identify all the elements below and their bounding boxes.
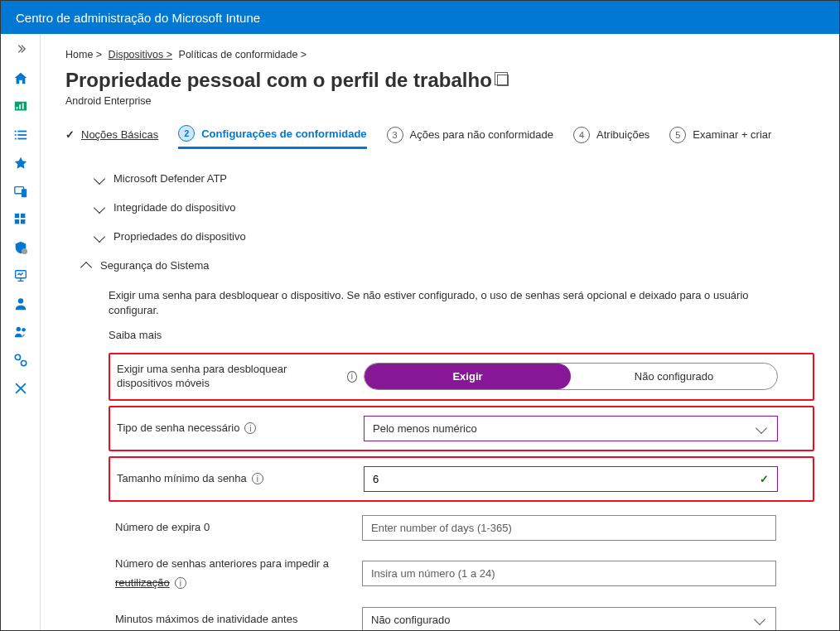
min-length-input[interactable]: ✓ [364, 466, 778, 492]
workspace: Home > Dispositivos > Políticas de confo… [1, 34, 839, 630]
step-number: 2 [178, 125, 195, 142]
tab-assignments[interactable]: 4 Atribuições [573, 127, 649, 148]
section-security[interactable]: Segurança do Sistema [65, 251, 814, 280]
password-type-dropdown[interactable]: Pelo menos numérico [364, 416, 778, 441]
section-defender[interactable]: Microsoft Defender ATP [79, 164, 814, 193]
svg-point-19 [16, 327, 20, 331]
list-icon[interactable] [12, 127, 29, 143]
previous-passwords-label: Número de senhas anteriores para impedir… [115, 557, 355, 590]
external-icon [497, 75, 509, 86]
setting-password-type: Tipo de senha necessário i Pelo menos nu… [109, 406, 814, 451]
learn-more-link[interactable]: Saiba mais [109, 329, 814, 341]
svg-rect-11 [21, 189, 26, 197]
breadcrumb-home[interactable]: Home > [65, 49, 102, 60]
check-icon: ✓ [760, 473, 769, 485]
breadcrumb-devices[interactable]: Dispositivos > [109, 49, 172, 60]
min-length-value[interactable] [373, 473, 760, 485]
info-icon[interactable]: i [175, 577, 186, 589]
sidebar [1, 34, 41, 630]
svg-rect-2 [19, 104, 21, 108]
svg-rect-4 [14, 131, 16, 132]
svg-rect-1 [16, 107, 17, 109]
expiration-label: Número de expira 0 [115, 521, 355, 535]
security-body: Exigir uma senha para desbloquear o disp… [65, 280, 814, 630]
setting-previous-passwords: Número de senhas anteriores para impedir… [109, 549, 814, 599]
reports-icon[interactable] [12, 267, 29, 284]
setting-min-length: Tamanho mínimo da senha i ✓ [109, 456, 814, 502]
tools-icon[interactable] [12, 380, 29, 397]
svg-rect-9 [17, 138, 27, 140]
devices-icon[interactable] [12, 183, 29, 200]
shield-icon[interactable] [12, 239, 29, 256]
svg-point-16 [21, 248, 27, 254]
svg-rect-12 [14, 214, 18, 218]
info-icon[interactable]: i [244, 422, 256, 434]
tab-compliance[interactable]: 2 Configurações de conformidade [178, 125, 366, 149]
pill-notconfigured[interactable]: Não configurado [571, 364, 777, 389]
chevron-down-icon [754, 614, 765, 625]
tab-noncompliance[interactable]: 3 Ações para não conformidade [387, 127, 553, 148]
svg-point-18 [17, 298, 22, 303]
info-icon[interactable]: i [347, 371, 357, 383]
section-integrity[interactable]: Integridade do dispositivo [79, 193, 814, 222]
pill-require[interactable]: Exigir [364, 364, 571, 389]
users-icon[interactable] [12, 324, 29, 340]
settings-icon[interactable] [12, 352, 29, 368]
svg-rect-5 [17, 131, 27, 132]
app-title: Centro de administração do Microsoft Int… [16, 11, 260, 25]
min-length-label: Tamanho mínimo da senha i [117, 472, 357, 486]
require-password-toggle[interactable]: Exigir Não configurado [364, 363, 778, 390]
chevron-down-icon [94, 172, 105, 184]
expiration-input[interactable] [362, 515, 776, 541]
expiration-field[interactable] [371, 522, 767, 534]
home-icon[interactable] [12, 70, 29, 87]
step-number: 5 [669, 127, 686, 143]
previous-passwords-input[interactable] [362, 561, 776, 586]
section-properties[interactable]: Propriedades do dispositivo [79, 222, 814, 251]
info-icon[interactable]: i [252, 473, 263, 484]
app-header: Centro de administração do Microsoft Int… [1, 1, 839, 34]
breadcrumb[interactable]: Home > Dispositivos > Políticas de confo… [65, 49, 814, 60]
security-description: Exigir uma senha para desbloquear o disp… [109, 288, 771, 317]
tab-basics[interactable]: Noções Básicas [65, 128, 158, 146]
svg-rect-14 [14, 219, 18, 224]
dashboard-icon[interactable] [12, 99, 29, 115]
svg-rect-13 [21, 214, 25, 218]
apps-icon[interactable] [12, 211, 29, 228]
svg-point-20 [22, 328, 26, 332]
sidebar-expand-icon[interactable] [1, 39, 40, 59]
svg-rect-6 [14, 134, 16, 136]
favorites-icon[interactable] [12, 155, 29, 171]
svg-point-21 [15, 354, 20, 359]
main-content: Home > Dispositivos > Políticas de confo… [41, 34, 839, 630]
breadcrumb-policies[interactable]: Políticas de conformidade > [179, 49, 307, 60]
svg-rect-3 [22, 104, 23, 109]
svg-rect-15 [21, 219, 25, 224]
tab-review[interactable]: 5 Examinar + criar [669, 127, 771, 148]
svg-rect-7 [17, 134, 27, 136]
step-number: 4 [573, 127, 590, 143]
chevron-down-icon [94, 230, 105, 242]
setting-require-password: Exigir uma senha para desbloquear dispos… [109, 353, 814, 401]
svg-point-22 [21, 360, 26, 365]
setting-expiration: Número de expira 0 [109, 507, 814, 549]
inactivity-label: Minutos máximos de inatividade antes [115, 613, 355, 627]
chevron-down-icon [756, 422, 767, 434]
page-subtitle: Android Enterprise [65, 95, 814, 107]
setting-inactivity: Minutos máximos de inatividade antes Não… [109, 599, 814, 630]
require-password-label: Exigir uma senha para desbloquear dispos… [117, 363, 357, 391]
chevron-down-icon [94, 201, 105, 213]
check-icon [65, 128, 75, 141]
previous-passwords-field[interactable] [371, 567, 767, 580]
inactivity-dropdown[interactable]: Não configurado [362, 607, 776, 630]
step-number: 3 [387, 127, 403, 143]
svg-rect-8 [14, 138, 16, 140]
user-icon[interactable] [12, 296, 29, 312]
chevron-up-icon [80, 261, 92, 272]
password-type-label: Tipo de senha necessário i [117, 421, 357, 436]
wizard-tabs: Noções Básicas 2 Configurações de confor… [65, 125, 814, 149]
page-title: Propriedade pessoal com o perfil de trab… [65, 69, 814, 92]
